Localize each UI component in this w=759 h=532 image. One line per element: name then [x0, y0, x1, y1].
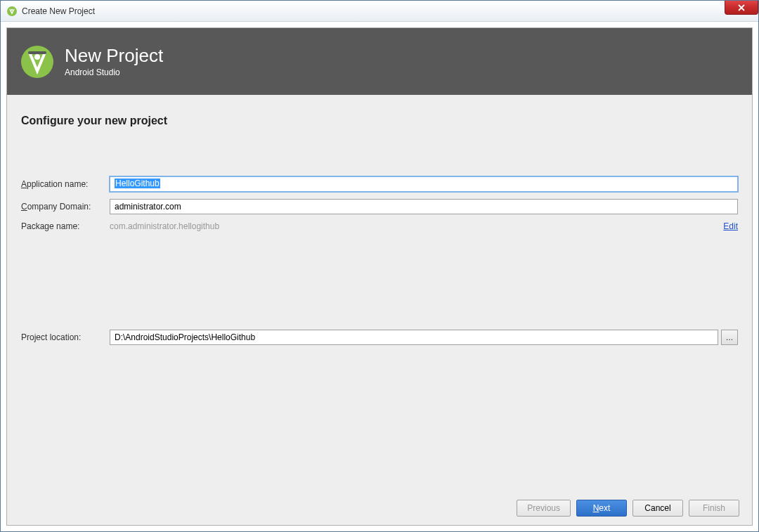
application-name-row: Application name: HelloGithub [21, 176, 738, 192]
content-area: Configure your new project Application n… [7, 95, 752, 491]
titlebar: Create New Project [1, 1, 758, 22]
package-name-label: Package name: [21, 221, 110, 231]
window-title: Create New Project [22, 6, 95, 16]
project-location-label: Project location: [21, 332, 110, 342]
dialog-body: New Project Android Studio Configure you… [6, 27, 753, 526]
android-studio-logo-icon [20, 44, 55, 79]
company-domain-input[interactable] [110, 199, 738, 214]
next-button[interactable]: Next [576, 500, 627, 517]
previous-button[interactable]: Previous [517, 500, 571, 517]
project-location-input[interactable] [110, 330, 718, 345]
package-name-row: Package name: com.administrator.hellogit… [21, 221, 738, 231]
close-button[interactable] [725, 1, 758, 15]
android-studio-icon [6, 6, 18, 17]
application-name-value: HelloGithub [115, 179, 160, 188]
section-heading: Configure your new project [21, 115, 738, 127]
svg-point-1 [11, 8, 13, 10]
cancel-button[interactable]: Cancel [632, 500, 683, 517]
close-icon [738, 4, 745, 11]
edit-package-link[interactable]: Edit [723, 221, 738, 231]
application-name-input[interactable]: HelloGithub [110, 176, 738, 192]
header-title: New Project [65, 46, 163, 66]
package-name-value: com.administrator.hellogithub [110, 221, 716, 231]
company-domain-row: Company Domain: [21, 199, 738, 214]
company-domain-label: Company Domain: [21, 202, 110, 212]
browse-location-button[interactable]: … [721, 330, 738, 345]
header-subtitle: Android Studio [65, 67, 163, 77]
svg-rect-4 [28, 51, 46, 54]
project-location-row: Project location: … [21, 330, 738, 345]
header-banner: New Project Android Studio [7, 28, 752, 95]
svg-point-3 [34, 54, 40, 60]
finish-button[interactable]: Finish [689, 500, 739, 517]
button-bar: Previous Next Cancel Finish [7, 491, 752, 525]
application-name-label: Application name: [21, 179, 110, 189]
svg-point-0 [7, 6, 17, 16]
dialog-window: Create New Project New Project Android S… [0, 0, 759, 532]
header-text: New Project Android Studio [65, 46, 163, 77]
